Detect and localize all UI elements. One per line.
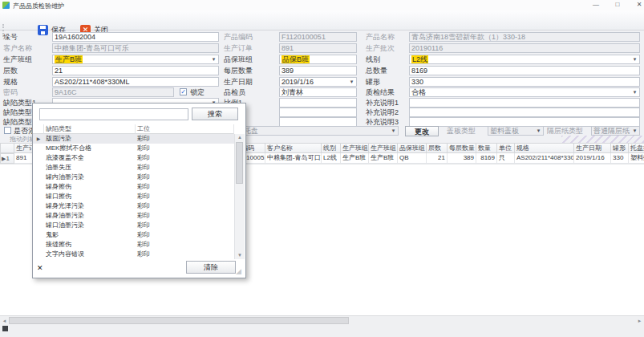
result-label: 质检结果	[366, 88, 395, 97]
defect-type1-label: 缺陷类型1	[3, 99, 36, 108]
defect-station-cell: 彩印	[136, 221, 234, 230]
line-value: L2线	[411, 55, 428, 63]
defect-type-cell: 罐口油墨污染	[44, 221, 136, 230]
scroll-down-icon[interactable]: ▼	[235, 252, 245, 259]
grid-column-header[interactable]: 生产班组	[369, 143, 398, 153]
defect-station-cell: 彩印	[136, 250, 234, 259]
liner-type-label: 隔层纸类型	[547, 127, 583, 136]
grid-cell: 2019/1/16	[574, 153, 611, 164]
scrollbar-thumb[interactable]	[9, 317, 349, 324]
status-strip	[0, 324, 644, 337]
line-combo[interactable]: L2线 ▾	[409, 55, 640, 64]
cover-type-combo: 塑料盖板 ▾	[488, 126, 544, 136]
result-combo[interactable]: 合格 ▾	[409, 87, 640, 97]
defect-list-scrollbar[interactable]: ▲ ▼	[234, 134, 245, 259]
production-batch-label: 生产批次	[366, 44, 395, 53]
defect-type-cell: 罐身擦伤	[44, 182, 136, 192]
dropdown-arrow-icon: ▾	[630, 127, 639, 135]
clear-button[interactable]: 清除	[186, 261, 236, 274]
focused-row-arrow-icon	[33, 211, 44, 221]
grid-column-header[interactable]: 数量	[476, 143, 497, 153]
customer-name-label: 客户名称	[3, 44, 32, 53]
focused-row-arrow-icon	[33, 240, 44, 250]
change-button[interactable]: 更改	[405, 126, 439, 136]
grid-column-header[interactable]: 线别	[322, 143, 341, 153]
note2-field[interactable]	[409, 108, 640, 117]
window-title: 产品品质检验维护	[13, 2, 64, 10]
grid-column-header[interactable]: 规格	[515, 143, 574, 153]
clear-filter-icon[interactable]: ✕	[37, 264, 43, 272]
toolbar: 保存 ✕ 关闭	[0, 10, 644, 30]
grid-cell: 中粮集团-青岛可口可乐	[265, 153, 322, 164]
per-layer-qty-label: 每层数量	[224, 67, 253, 75]
scrollbar-thumb[interactable]	[236, 142, 243, 184]
station-column-header[interactable]: 工位	[136, 124, 234, 134]
customer-name-field: 中粮集团-青岛可口可乐	[52, 43, 219, 53]
grid-column-header[interactable]: 单位	[497, 143, 515, 153]
focused-row-arrow-icon	[33, 173, 44, 182]
production-team-combo[interactable]: 生产B班 ▾	[52, 55, 219, 64]
production-date-combo[interactable]: 2019/1/16 ▾	[279, 77, 357, 87]
add-flag-checkbox[interactable]	[4, 127, 11, 134]
can-shape-label: 罐形	[366, 78, 380, 87]
search-button[interactable]: 搜索	[192, 108, 238, 120]
defect-type-cell: 罐内油墨污染	[44, 173, 136, 182]
grid-cell: 330	[611, 153, 629, 164]
focused-row-arrow-icon	[33, 192, 44, 201]
defect-row[interactable]: 文字内容错误彩印	[33, 250, 234, 259]
qa-team-label: 品保班组	[224, 55, 253, 64]
defect-station-cell: 彩印	[136, 240, 234, 250]
lock-checkbox[interactable]: ✓	[180, 88, 187, 95]
dropdown-arrow-icon[interactable]: ▾	[209, 55, 218, 63]
grid-column-header[interactable]: 罐形	[611, 143, 629, 153]
grid-column-header[interactable]: 客户名称	[265, 143, 322, 153]
grid-column-header[interactable]: 托盘类型	[629, 143, 644, 153]
production-date-value: 2019/1/16	[281, 78, 314, 86]
defect-type-cell: 底漆覆盖不全	[44, 153, 136, 163]
popup-resize-grip-icon[interactable]: ◢	[236, 267, 241, 275]
dropdown-arrow-icon[interactable]: ▾	[630, 55, 639, 63]
grid-indicator-header	[0, 143, 14, 153]
dropdown-arrow-icon[interactable]: ▾	[630, 88, 639, 96]
maximize-button[interactable]: □	[610, 0, 626, 10]
grid-column-header[interactable]: 层数	[427, 143, 448, 153]
liner-type-combo: 普通隔层纸 ▾	[591, 126, 640, 136]
scroll-up-icon[interactable]: ▲	[235, 134, 245, 141]
spec-label: 规格	[3, 78, 18, 87]
defect-station-cell: 彩印	[136, 134, 234, 144]
app-window: { "colors": { "highlight": "#ffd800", "s…	[0, 0, 644, 337]
ratio2-field[interactable]	[279, 108, 357, 117]
can-shape-field[interactable]: 330	[409, 77, 640, 87]
defect-search-input[interactable]	[39, 108, 188, 120]
ratio1-field[interactable]	[279, 98, 357, 108]
grid-column-header[interactable]: 品保班组	[398, 143, 427, 153]
defect-type-column-header[interactable]: 缺陷类型	[44, 124, 136, 134]
grid-column-header[interactable]: 生产班组	[341, 143, 369, 153]
focused-row-arrow-icon	[33, 230, 44, 240]
defect-station-cell: 彩印	[136, 173, 234, 182]
stack-no-field[interactable]: 19A1602004	[52, 32, 219, 42]
dropdown-arrow-icon[interactable]: ▾	[347, 78, 356, 86]
grid-column-header[interactable]: 每层数量	[448, 143, 476, 153]
defect-station-cell: 彩印	[136, 201, 234, 211]
window-close-button[interactable]: ✕	[631, 0, 644, 10]
title-bar: 产品品质检验维护 — □ ✕	[0, 0, 644, 11]
defect-station-cell: 彩印	[136, 163, 234, 173]
layers-field[interactable]: 21	[52, 66, 219, 75]
inspector-field[interactable]: 刘青林	[279, 87, 357, 97]
qa-team-field[interactable]: 品保B班	[279, 55, 357, 64]
grid-cell: L2线	[322, 153, 341, 164]
total-qty-field[interactable]: 8169	[409, 66, 640, 75]
grid-column-header[interactable]: 生产日期	[574, 143, 611, 153]
minimize-button[interactable]: —	[588, 0, 604, 10]
password-field: 9A16C	[52, 87, 174, 97]
spec-field[interactable]: AS202/211*408*330ML	[52, 77, 219, 87]
grid-cell: 生产B班	[369, 153, 398, 164]
grid-cell: 21	[427, 153, 448, 164]
note1-field[interactable]	[409, 98, 640, 108]
dropdown-arrow-icon: ▾	[534, 127, 543, 135]
per-layer-qty-field[interactable]: 389	[279, 66, 357, 75]
grid-cell: 生产B班	[341, 153, 369, 164]
grid-cell: 只	[497, 153, 515, 164]
focused-row-arrow-icon	[33, 163, 44, 173]
